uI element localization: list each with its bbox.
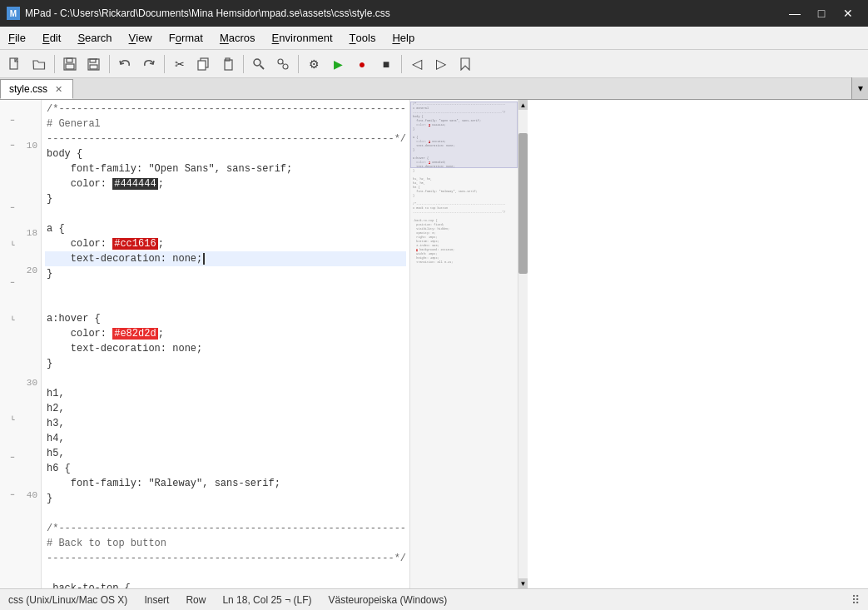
svg-point-15 <box>278 59 283 64</box>
tab-style-css[interactable]: style.css ✕ <box>0 79 73 99</box>
replace-button[interactable] <box>271 52 295 76</box>
bookmarks-button[interactable] <box>454 52 477 76</box>
stop-button[interactable]: ■ <box>374 52 398 76</box>
code-line: font-family: "Raleway", sans-serif; <box>45 476 406 491</box>
code-text: } <box>47 491 52 506</box>
menu-view[interactable]: View <box>121 27 161 49</box>
code-line: ----------------------------------------… <box>45 131 406 146</box>
gutter-row <box>0 551 41 563</box>
menu-format[interactable]: Format <box>161 27 211 49</box>
editor-row: − −10 − 18 └ 20 − └ 30 └ <box>0 100 528 588</box>
gutter-row-18: 18 <box>0 226 41 239</box>
menu-search[interactable]: Search <box>69 27 120 49</box>
gutter-row <box>0 189 41 201</box>
find-button[interactable] <box>247 52 270 76</box>
code-text: a:hover { <box>47 311 101 326</box>
code-editor[interactable]: /*--------------------------------------… <box>42 100 409 588</box>
save-all-button[interactable] <box>82 52 106 76</box>
gutter-row <box>0 439 41 451</box>
code-line: a { <box>45 221 406 236</box>
menu-tools[interactable]: Tools <box>341 27 384 49</box>
code-line-18: text-decoration: none; <box>45 251 406 266</box>
hex-color-cc1616: #cc1616 <box>112 238 157 250</box>
run-button[interactable]: ▶ <box>326 52 350 76</box>
scroll-track[interactable] <box>518 110 528 578</box>
gutter-row <box>0 339 41 351</box>
gutter-row: −40 <box>0 488 41 501</box>
gutter-row <box>0 426 41 439</box>
code-text: h3, <box>47 416 65 431</box>
code-line: /*--------------------------------------… <box>45 521 406 536</box>
gutter-row: └ <box>0 314 41 326</box>
tab-dropdown-button[interactable]: ▾ <box>851 77 868 99</box>
gutter-row <box>0 214 41 226</box>
code-line: h3, <box>45 416 406 431</box>
line-number: 30 <box>19 378 37 388</box>
fold-icon[interactable]: − <box>8 141 17 150</box>
gutter-row <box>0 501 41 513</box>
minimize-button[interactable]: — <box>781 0 808 27</box>
scroll-thumb[interactable] <box>518 133 528 274</box>
gutter-row <box>0 476 41 488</box>
maximize-button[interactable]: □ <box>808 0 835 27</box>
menu-edit[interactable]: Edit <box>34 27 69 49</box>
gutter-row <box>0 126 41 139</box>
gutter-row: − <box>0 276 41 289</box>
menu-macros[interactable]: Macros <box>211 27 264 49</box>
code-text: color: #e82d2d; <box>47 326 164 341</box>
code-text: .back-to-top { <box>47 581 131 588</box>
code-line: a:hover { <box>45 311 406 326</box>
menu-help[interactable]: Help <box>384 27 423 49</box>
status-bar: css (Unix/Linux/Mac OS X) Insert Row Ln … <box>0 588 868 610</box>
cut-button[interactable]: ✂ <box>168 52 191 76</box>
copy-button[interactable] <box>192 52 216 76</box>
gutter-row <box>0 513 41 526</box>
record-button[interactable]: ● <box>350 52 374 76</box>
menu-file[interactable]: File <box>0 27 34 49</box>
gutter-row <box>0 576 41 588</box>
mini-map-content: /*--------------------------------------… <box>410 100 518 588</box>
locale-text: Västeuropeiska (Windows) <box>328 594 447 606</box>
hex-color-e82d2d: #e82d2d <box>112 328 157 340</box>
code-line: } <box>45 356 406 371</box>
toolbar-sep-1 <box>54 55 55 73</box>
gutter-row: └ <box>0 239 41 251</box>
gutter-row <box>0 401 41 414</box>
close-button[interactable]: ✕ <box>835 0 861 27</box>
gutter-row: 30 <box>0 376 41 389</box>
code-line: text-decoration: none; <box>45 341 406 356</box>
line-gutter: − −10 − 18 └ 20 − └ 30 └ <box>0 100 42 588</box>
code-line: } <box>45 491 406 506</box>
status-encoding: css (Unix/Linux/Mac OS X) <box>8 594 127 606</box>
code-line: h4, <box>45 431 406 446</box>
gutter-row <box>0 164 41 176</box>
gutter-row <box>0 251 41 264</box>
menu-environment[interactable]: Environment <box>264 27 341 49</box>
svg-marker-18 <box>461 58 469 70</box>
gutter-row <box>0 301 41 314</box>
gutter-row <box>0 364 41 376</box>
gutter-row <box>0 176 41 189</box>
mini-map[interactable]: /*--------------------------------------… <box>409 100 518 588</box>
nav-next-button[interactable]: ▷ <box>429 52 453 76</box>
svg-rect-3 <box>67 58 72 62</box>
code-line <box>45 296 406 311</box>
svg-rect-10 <box>198 61 206 70</box>
save-button[interactable] <box>58 52 82 76</box>
redo-button[interactable] <box>137 52 161 76</box>
app-icon: M <box>7 7 20 20</box>
scroll-up-button[interactable]: ▲ <box>518 100 528 110</box>
code-text: h2, <box>47 401 65 416</box>
tab-close-button[interactable]: ✕ <box>52 83 64 95</box>
nav-prev-button[interactable]: ◁ <box>405 52 429 76</box>
paste-button[interactable] <box>216 52 240 76</box>
vertical-scrollbar[interactable]: ▲ ▼ <box>518 100 528 588</box>
open-dropdown-button[interactable] <box>27 52 51 76</box>
svg-point-13 <box>254 59 260 66</box>
scroll-down-button[interactable]: ▼ <box>518 578 528 588</box>
new-button[interactable] <box>3 52 27 76</box>
settings-button[interactable]: ⚙ <box>302 52 325 76</box>
code-line: # General <box>45 117 406 131</box>
code-line: /*--------------------------------------… <box>45 102 406 117</box>
undo-button[interactable] <box>113 52 136 76</box>
